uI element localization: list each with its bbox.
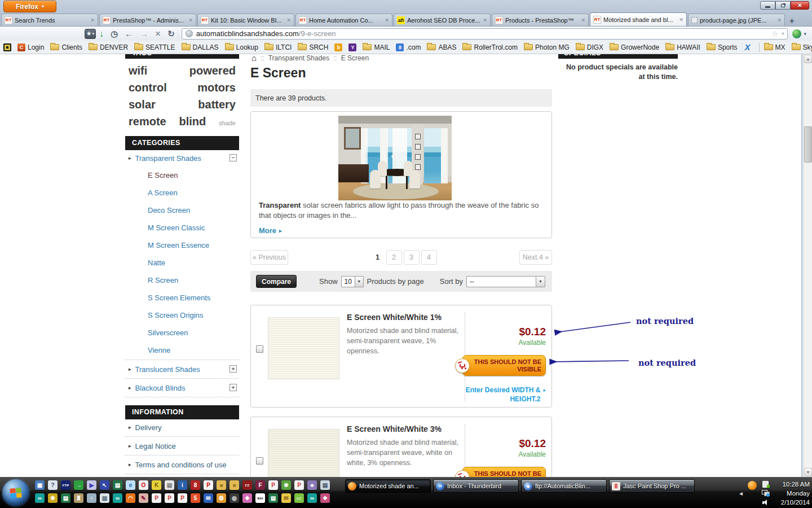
category-root-link[interactable]: Transparent Shades <box>135 154 201 163</box>
tab[interactable]: RTSearch Trends✕ <box>1 14 98 26</box>
quicklaunch-app-icon[interactable]: K <box>152 480 161 490</box>
tab-close-icon[interactable]: ✕ <box>188 17 193 23</box>
category-link[interactable]: R Screen <box>148 276 178 284</box>
new-tab-button[interactable]: + <box>789 15 795 26</box>
bookmark-folder[interactable]: SRCH <box>298 43 328 51</box>
enter-dimensions-link[interactable]: Enter Desired WIDTH & HEIGHT.2▸ <box>450 386 546 404</box>
firefox-menu-button[interactable]: Firefox ▾ <box>3 1 56 12</box>
bookmark-folder[interactable]: Clients <box>50 43 82 51</box>
product-checkbox[interactable] <box>256 457 263 465</box>
history-icon[interactable]: ◷ <box>111 29 118 39</box>
scroll-up-button[interactable]: ▲ <box>804 55 812 63</box>
quicklaunch-app-icon[interactable]: 5 <box>191 493 200 503</box>
quicklaunch-app-icon[interactable]: ◠ <box>126 493 135 503</box>
scroll-down-button[interactable]: ▼ <box>804 468 812 476</box>
bookmark-folder[interactable]: MAIL <box>363 43 390 51</box>
category-link[interactable]: Silverscreen <box>148 329 188 337</box>
quicklaunch-app-icon[interactable]: ▤ <box>113 480 122 490</box>
tag-link[interactable]: control <box>129 81 167 94</box>
tab[interactable]: RTPrestaShop™ - Adminis...✕ <box>99 14 196 26</box>
bookmark-folder[interactable]: Sky <box>792 43 812 51</box>
tab-close-icon[interactable]: ✕ <box>385 17 389 23</box>
tag-link[interactable]: blind <box>179 115 206 128</box>
tab-close-icon[interactable]: ✕ <box>90 17 95 23</box>
product-image[interactable] <box>268 317 339 379</box>
category-link[interactable]: A Screen <box>148 189 178 197</box>
tab[interactable]: RTKit 10: Basic Window Bl...✕ <box>197 14 294 26</box>
address-bar[interactable]: automaticblindsandshades.com/9-e-screen … <box>182 28 788 40</box>
bookmark-folder[interactable]: DIGX <box>576 43 603 51</box>
quicklaunch-app-icon[interactable]: ↖ <box>100 480 109 490</box>
tab[interactable]: RTProducts - PrestaShop™✕ <box>492 14 589 26</box>
page-number[interactable]: 3 <box>404 250 420 265</box>
quicklaunch-app-icon[interactable]: ? <box>48 480 58 490</box>
quicklaunch-app-icon[interactable]: FTP <box>61 480 70 490</box>
quicklaunch-app-icon[interactable]: LC <box>294 493 304 503</box>
vertical-scrollbar[interactable]: ▲ ▼ <box>803 54 812 477</box>
expand-toggle[interactable]: + <box>230 384 237 391</box>
category-link[interactable]: M Screen Classic <box>148 224 205 232</box>
category-child[interactable]: Silverscreen <box>125 323 239 341</box>
category-child[interactable]: R Screen <box>125 271 239 288</box>
category-child[interactable]: E Screen <box>125 166 239 183</box>
home-icon[interactable]: ⌂ <box>251 55 257 62</box>
quicklaunch-app-icon[interactable]: ▶ <box>87 480 96 490</box>
quicklaunch-app-icon[interactable]: e <box>126 480 135 490</box>
bookmark-folder[interactable]: DALLAS <box>182 43 219 51</box>
tag-link[interactable]: solar <box>129 98 156 111</box>
quicklaunch-app-icon[interactable]: F <box>255 480 265 490</box>
close-button[interactable]: ✕ <box>791 1 809 10</box>
tag-link[interactable]: shade <box>219 120 236 126</box>
url-dropdown-icon[interactable]: ▾ <box>782 31 784 36</box>
clock[interactable]: 10:28 AM Monday 2/10/2014 <box>775 480 810 506</box>
tab-close-icon[interactable]: ✕ <box>286 17 291 23</box>
breadcrumb-category-link[interactable]: Transparent Shades <box>268 54 329 62</box>
stop-button[interactable]: ✕ <box>155 30 161 38</box>
quicklaunch-app-icon[interactable]: ✉ <box>204 493 213 503</box>
url-text[interactable]: automaticblindsandshades.com/9-e-screen <box>196 29 769 38</box>
bookmark-folder[interactable]: Sports <box>707 43 738 51</box>
quicklaunch-app-icon[interactable]: P <box>165 493 174 503</box>
tray-app-icon[interactable] <box>748 481 757 490</box>
extension-dropdown-icon[interactable]: ▾ <box>804 31 806 37</box>
bookmark-folder[interactable]: SEATTLE <box>134 43 175 51</box>
quicklaunch-app-icon[interactable]: O <box>139 480 148 490</box>
product-name-link[interactable]: E Screen White/White 1% <box>347 313 442 322</box>
downloads-icon[interactable]: ↓ <box>99 29 104 39</box>
taskbar-button[interactable]: ✉Inbox - Thunderbird <box>433 479 519 493</box>
more-link[interactable]: More▸ <box>259 226 282 235</box>
quicklaunch-app-icon[interactable]: ❖ <box>320 493 330 503</box>
quicklaunch-app-icon[interactable]: ■ <box>217 480 226 490</box>
page-number[interactable]: 2 <box>386 250 402 265</box>
product-checkbox[interactable] <box>256 345 263 353</box>
quicklaunch-app-icon[interactable]: P <box>204 480 213 490</box>
bookmark-item[interactable]: X <box>744 43 752 51</box>
tag-link[interactable]: battery <box>198 98 236 111</box>
product-image[interactable] <box>268 429 339 477</box>
taskbar-button[interactable]: ◆ftp://AutomaticBlin... <box>521 479 607 493</box>
bookmark-folder[interactable]: Lookup <box>225 43 258 51</box>
category-link[interactable]: Deco Screen <box>148 206 190 214</box>
category-link[interactable]: S Screen Elements <box>148 294 210 302</box>
bookmarks-menu-button[interactable]: ★▾ <box>85 29 96 39</box>
tray-expand-chevron[interactable]: ◂ <box>739 489 743 497</box>
compare-button[interactable]: Compare <box>256 275 297 288</box>
information-link[interactable]: ▸Legal Notice <box>125 438 239 454</box>
scrollbar-thumb[interactable] <box>804 126 812 163</box>
minimize-button[interactable] <box>760 1 775 10</box>
quicklaunch-app-icon[interactable]: P <box>294 480 304 490</box>
category-root[interactable]: ▸Translucent Shades+ <box>125 361 239 377</box>
category-link[interactable]: E Screen <box>148 171 178 179</box>
quicklaunch-app-icon[interactable]: ∞ <box>307 493 317 503</box>
quicklaunch-app-icon[interactable]: ∞ <box>113 493 122 503</box>
category-child[interactable]: S Screen Elements <box>125 288 239 306</box>
category-link[interactable]: Vienne <box>148 346 170 354</box>
quicklaunch-app-icon[interactable]: B4A <box>255 493 265 503</box>
quicklaunch-app-icon[interactable]: ▤ <box>100 493 109 503</box>
quicklaunch-app-icon[interactable]: P <box>268 480 278 490</box>
quicklaunch-app-icon[interactable]: FZ <box>242 480 252 490</box>
quicklaunch-app-icon[interactable]: ∞ <box>35 493 45 503</box>
bookmark-item[interactable]: b <box>334 43 342 51</box>
category-root-link[interactable]: Blackout Blinds <box>135 384 186 392</box>
tab-close-icon[interactable]: ✕ <box>679 17 683 23</box>
